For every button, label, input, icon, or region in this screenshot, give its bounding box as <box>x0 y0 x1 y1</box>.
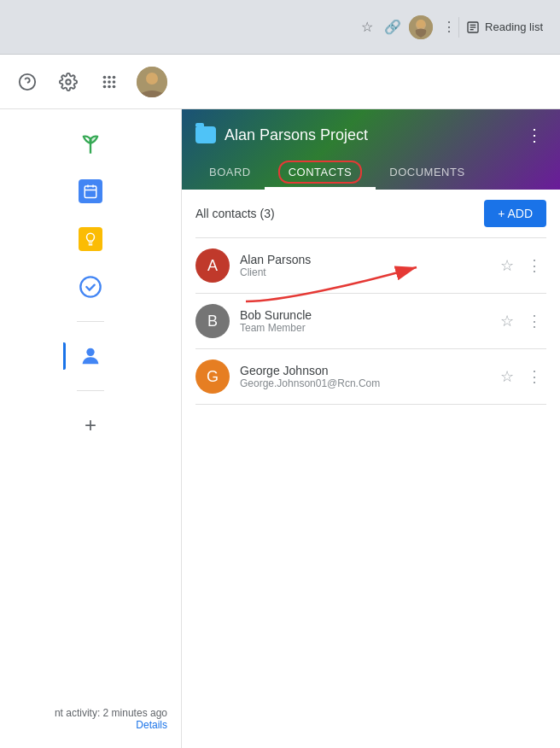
tab-contacts[interactable]: CONTACTS <box>265 157 376 190</box>
main-area: + nt activity: 2 minutes ago Details Ala… <box>0 109 560 748</box>
sidebar-item-plant[interactable] <box>70 123 111 164</box>
contact-row-alan[interactable]: A Alan Parsons Client ☆ ⋮ <box>182 238 560 293</box>
add-contact-button[interactable]: + ADD <box>484 200 546 227</box>
panel-more-button[interactable]: ⋮ <box>522 123 546 147</box>
reading-list-button[interactable]: Reading list <box>458 17 550 38</box>
contact-star-bob[interactable]: ☆ <box>495 309 519 333</box>
contact-more-george[interactable]: ⋮ <box>522 365 546 389</box>
tab-documents[interactable]: DOCUMENTS <box>376 157 478 190</box>
app-panel: Alan Parsons Project ⋮ BOARD CONTACTS DO… <box>182 109 560 748</box>
settings-icon[interactable] <box>55 68 82 96</box>
svg-point-21 <box>146 73 158 85</box>
svg-point-15 <box>108 80 111 84</box>
left-panel: + nt activity: 2 minutes ago Details <box>0 109 182 748</box>
contacts-tab-label: CONTACTS <box>278 161 363 184</box>
sidebar-item-contacts[interactable] <box>70 336 111 377</box>
contact-row-bob[interactable]: B Bob Suruncle Team Member ☆ ⋮ <box>182 294 560 348</box>
svg-point-10 <box>66 79 71 85</box>
svg-point-12 <box>108 75 111 79</box>
panel-header-top: Alan Parsons Project ⋮ <box>195 123 546 147</box>
contact-star-alan[interactable]: ☆ <box>495 254 519 278</box>
panel-content: All contacts (3) + ADD A Alan Parsons Cl… <box>182 190 560 405</box>
reading-list-label: Reading list <box>485 20 543 33</box>
browser-icons: ☆ 🔗 ⋮ <box>358 15 458 39</box>
svg-point-17 <box>103 85 107 88</box>
google-toolbar <box>0 55 560 109</box>
contact-star-george[interactable]: ☆ <box>495 365 519 389</box>
contact-actions-bob: ☆ ⋮ <box>495 309 546 333</box>
contact-sub-bob: Team Member <box>240 322 485 334</box>
sidebar-item-idea[interactable] <box>70 219 111 260</box>
sidebar-divider-2 <box>77 390 104 391</box>
tab-board[interactable]: BOARD <box>195 157 265 190</box>
svg-point-14 <box>103 80 107 84</box>
help-icon[interactable] <box>14 68 41 96</box>
browser-more-icon[interactable]: ⋮ <box>440 18 458 37</box>
bookmark-icon[interactable]: ☆ <box>358 18 376 37</box>
panel-header: Alan Parsons Project ⋮ BOARD CONTACTS DO… <box>182 109 560 190</box>
contact-sub-alan: Client <box>240 266 485 278</box>
contact-avatar-alan: A <box>195 248 230 283</box>
contact-actions-george: ☆ ⋮ <box>495 365 546 389</box>
contact-name-bob: Bob Suruncle <box>240 308 485 322</box>
toolbar-user-avatar[interactable] <box>137 67 167 97</box>
contacts-divider-3 <box>195 404 546 405</box>
bottom-activity: nt activity: 2 minutes ago Details <box>0 707 181 731</box>
contact-info-alan: Alan Parsons Client <box>240 253 485 278</box>
sidebar-add-button[interactable]: + <box>70 405 111 446</box>
panel-title: Alan Parsons Project <box>225 126 368 144</box>
svg-point-19 <box>113 85 116 88</box>
sidebar-icons: + <box>0 109 181 459</box>
contact-more-alan[interactable]: ⋮ <box>522 254 546 278</box>
contact-avatar-george: G <box>195 359 230 394</box>
contact-avatar-bob: B <box>195 304 230 338</box>
contact-info-george: George Johnson George.Johnson01@Rcn.Com <box>240 364 485 389</box>
extensions-icon[interactable]: 🔗 <box>383 18 402 37</box>
apps-icon[interactable] <box>96 68 123 96</box>
contact-name-alan: Alan Parsons <box>240 253 485 266</box>
svg-point-16 <box>113 80 116 84</box>
contact-sub-george: George.Johnson01@Rcn.Com <box>240 377 485 389</box>
svg-point-27 <box>80 277 100 296</box>
browser-user-avatar[interactable] <box>409 15 433 39</box>
contact-more-bob[interactable]: ⋮ <box>522 309 546 333</box>
svg-rect-22 <box>85 186 96 198</box>
contact-row-george[interactable]: G George Johnson George.Johnson01@Rcn.Co… <box>182 349 560 404</box>
contacts-count: All contacts (3) <box>195 207 275 220</box>
sidebar-divider <box>77 321 104 322</box>
contacts-header: All contacts (3) + ADD <box>182 190 560 237</box>
contact-name-george: George Johnson <box>240 364 485 377</box>
sidebar-item-calendar[interactable] <box>70 171 111 212</box>
panel-title-area: Alan Parsons Project <box>195 126 368 144</box>
panel-tabs: BOARD CONTACTS DOCUMENTS <box>195 157 546 190</box>
svg-point-11 <box>103 75 107 79</box>
folder-icon <box>195 126 216 143</box>
browser-bar: ☆ 🔗 ⋮ Reading list <box>0 0 560 55</box>
contact-info-bob: Bob Suruncle Team Member <box>240 308 485 334</box>
svg-point-28 <box>86 348 94 356</box>
contact-actions-alan: ☆ ⋮ <box>495 254 546 278</box>
activity-text: nt activity: 2 minutes ago <box>0 707 167 719</box>
details-link[interactable]: Details <box>0 719 167 731</box>
svg-point-3 <box>417 20 425 28</box>
svg-point-13 <box>113 75 116 79</box>
svg-point-18 <box>108 85 111 88</box>
sidebar-item-tasks[interactable] <box>70 266 111 307</box>
